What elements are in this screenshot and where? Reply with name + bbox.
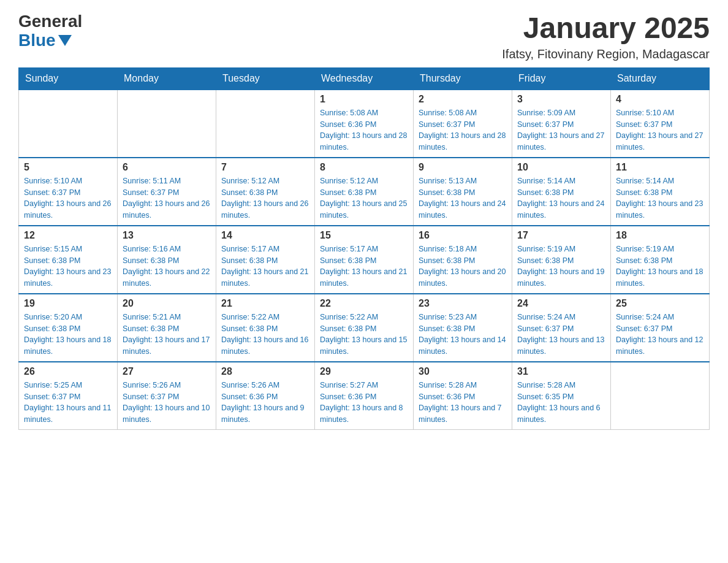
- calendar-day-cell: 23Sunrise: 5:23 AMSunset: 6:38 PMDayligh…: [414, 294, 512, 362]
- calendar-subtitle: Ifatsy, Fitovinany Region, Madagascar: [502, 47, 710, 61]
- day-number: 4: [616, 94, 704, 105]
- calendar-day-cell: 18Sunrise: 5:19 AMSunset: 6:38 PMDayligh…: [611, 226, 710, 294]
- svg-marker-0: [58, 35, 72, 46]
- day-number: 27: [123, 366, 211, 377]
- logo-triangle-icon: [58, 35, 72, 46]
- calendar-day-header: Saturday: [611, 67, 710, 90]
- day-info: Sunrise: 5:10 AMSunset: 6:37 PMDaylight:…: [616, 107, 704, 153]
- calendar-day-cell: 11Sunrise: 5:14 AMSunset: 6:38 PMDayligh…: [611, 158, 710, 226]
- calendar-day-cell: 26Sunrise: 5:25 AMSunset: 6:37 PMDayligh…: [19, 362, 118, 430]
- calendar-day-header: Sunday: [19, 67, 118, 90]
- day-info: Sunrise: 5:14 AMSunset: 6:38 PMDaylight:…: [616, 175, 704, 221]
- day-number: 6: [123, 162, 211, 173]
- calendar-week-row: 19Sunrise: 5:20 AMSunset: 6:38 PMDayligh…: [19, 294, 710, 362]
- calendar-day-cell: 20Sunrise: 5:21 AMSunset: 6:38 PMDayligh…: [118, 294, 216, 362]
- day-info: Sunrise: 5:22 AMSunset: 6:38 PMDaylight:…: [221, 312, 309, 358]
- calendar-day-cell: 10Sunrise: 5:14 AMSunset: 6:38 PMDayligh…: [512, 158, 611, 226]
- day-info: Sunrise: 5:09 AMSunset: 6:37 PMDaylight:…: [517, 107, 605, 153]
- calendar-day-cell: 2Sunrise: 5:08 AMSunset: 6:37 PMDaylight…: [414, 90, 512, 158]
- day-number: 3: [517, 94, 605, 105]
- day-number: 26: [24, 366, 112, 377]
- day-info: Sunrise: 5:22 AMSunset: 6:38 PMDaylight:…: [320, 312, 408, 358]
- day-number: 17: [517, 230, 605, 241]
- calendar-day-cell: 27Sunrise: 5:26 AMSunset: 6:37 PMDayligh…: [118, 362, 216, 430]
- day-info: Sunrise: 5:25 AMSunset: 6:37 PMDaylight:…: [24, 380, 112, 426]
- day-info: Sunrise: 5:23 AMSunset: 6:38 PMDaylight:…: [419, 312, 507, 358]
- day-info: Sunrise: 5:19 AMSunset: 6:38 PMDaylight:…: [517, 243, 605, 289]
- day-info: Sunrise: 5:08 AMSunset: 6:36 PMDaylight:…: [320, 107, 408, 153]
- calendar-day-cell: [118, 90, 216, 158]
- day-number: 24: [517, 298, 605, 309]
- calendar-day-cell: 17Sunrise: 5:19 AMSunset: 6:38 PMDayligh…: [512, 226, 611, 294]
- calendar-week-row: 5Sunrise: 5:10 AMSunset: 6:37 PMDaylight…: [19, 158, 710, 226]
- day-number: 19: [24, 298, 112, 309]
- calendar-day-header: Tuesday: [216, 67, 315, 90]
- day-info: Sunrise: 5:11 AMSunset: 6:37 PMDaylight:…: [123, 175, 211, 221]
- day-number: 23: [419, 298, 507, 309]
- day-info: Sunrise: 5:21 AMSunset: 6:38 PMDaylight:…: [123, 312, 211, 358]
- calendar-week-row: 26Sunrise: 5:25 AMSunset: 6:37 PMDayligh…: [19, 362, 710, 430]
- calendar-day-cell: 25Sunrise: 5:24 AMSunset: 6:37 PMDayligh…: [611, 294, 710, 362]
- day-info: Sunrise: 5:10 AMSunset: 6:37 PMDaylight:…: [24, 175, 112, 221]
- day-number: 15: [320, 230, 408, 241]
- calendar-day-cell: [19, 90, 118, 158]
- calendar-day-cell: 14Sunrise: 5:17 AMSunset: 6:38 PMDayligh…: [216, 226, 315, 294]
- calendar-header-row: SundayMondayTuesdayWednesdayThursdayFrid…: [19, 67, 710, 90]
- calendar-day-cell: 12Sunrise: 5:15 AMSunset: 6:38 PMDayligh…: [19, 226, 118, 294]
- day-number: 25: [616, 298, 704, 309]
- calendar-day-cell: 9Sunrise: 5:13 AMSunset: 6:38 PMDaylight…: [414, 158, 512, 226]
- calendar-day-cell: 15Sunrise: 5:17 AMSunset: 6:38 PMDayligh…: [315, 226, 414, 294]
- calendar-week-row: 12Sunrise: 5:15 AMSunset: 6:38 PMDayligh…: [19, 226, 710, 294]
- day-info: Sunrise: 5:08 AMSunset: 6:37 PMDaylight:…: [419, 107, 507, 153]
- calendar-day-cell: 22Sunrise: 5:22 AMSunset: 6:38 PMDayligh…: [315, 294, 414, 362]
- logo-text-blue: Blue: [18, 31, 56, 50]
- calendar-title: January 2025: [502, 12, 710, 45]
- calendar-day-cell: 4Sunrise: 5:10 AMSunset: 6:37 PMDaylight…: [611, 90, 710, 158]
- day-info: Sunrise: 5:14 AMSunset: 6:38 PMDaylight:…: [517, 175, 605, 221]
- calendar-day-cell: 24Sunrise: 5:24 AMSunset: 6:37 PMDayligh…: [512, 294, 611, 362]
- calendar-day-cell: 8Sunrise: 5:12 AMSunset: 6:38 PMDaylight…: [315, 158, 414, 226]
- calendar-table: SundayMondayTuesdayWednesdayThursdayFrid…: [18, 67, 710, 430]
- day-number: 18: [616, 230, 704, 241]
- day-number: 1: [320, 94, 408, 105]
- calendar-day-cell: [216, 90, 315, 158]
- calendar-day-cell: 6Sunrise: 5:11 AMSunset: 6:37 PMDaylight…: [118, 158, 216, 226]
- day-info: Sunrise: 5:26 AMSunset: 6:36 PMDaylight:…: [221, 380, 309, 426]
- calendar-day-cell: 7Sunrise: 5:12 AMSunset: 6:38 PMDaylight…: [216, 158, 315, 226]
- day-number: 10: [517, 162, 605, 173]
- calendar-day-cell: 13Sunrise: 5:16 AMSunset: 6:38 PMDayligh…: [118, 226, 216, 294]
- day-number: 7: [221, 162, 309, 173]
- day-info: Sunrise: 5:17 AMSunset: 6:38 PMDaylight:…: [221, 243, 309, 289]
- page-header: General Blue January 2025 Ifatsy, Fitovi…: [18, 12, 710, 61]
- day-number: 22: [320, 298, 408, 309]
- day-info: Sunrise: 5:24 AMSunset: 6:37 PMDaylight:…: [616, 312, 704, 358]
- day-info: Sunrise: 5:16 AMSunset: 6:38 PMDaylight:…: [123, 243, 211, 289]
- calendar-week-row: 1Sunrise: 5:08 AMSunset: 6:36 PMDaylight…: [19, 90, 710, 158]
- calendar-day-header: Monday: [118, 67, 216, 90]
- calendar-day-cell: 1Sunrise: 5:08 AMSunset: 6:36 PMDaylight…: [315, 90, 414, 158]
- calendar-day-cell: 5Sunrise: 5:10 AMSunset: 6:37 PMDaylight…: [19, 158, 118, 226]
- title-section: January 2025 Ifatsy, Fitovinany Region, …: [502, 12, 710, 61]
- day-info: Sunrise: 5:17 AMSunset: 6:38 PMDaylight:…: [320, 243, 408, 289]
- day-info: Sunrise: 5:15 AMSunset: 6:38 PMDaylight:…: [24, 243, 112, 289]
- day-number: 11: [616, 162, 704, 173]
- logo-text-general: General: [18, 12, 82, 31]
- day-number: 8: [320, 162, 408, 173]
- day-number: 28: [221, 366, 309, 377]
- logo: General Blue: [18, 12, 82, 50]
- day-number: 29: [320, 366, 408, 377]
- day-number: 5: [24, 162, 112, 173]
- day-info: Sunrise: 5:27 AMSunset: 6:36 PMDaylight:…: [320, 380, 408, 426]
- calendar-day-header: Wednesday: [315, 67, 414, 90]
- calendar-day-cell: 28Sunrise: 5:26 AMSunset: 6:36 PMDayligh…: [216, 362, 315, 430]
- day-info: Sunrise: 5:18 AMSunset: 6:38 PMDaylight:…: [419, 243, 507, 289]
- day-number: 20: [123, 298, 211, 309]
- day-number: 12: [24, 230, 112, 241]
- day-number: 21: [221, 298, 309, 309]
- day-number: 30: [419, 366, 507, 377]
- calendar-day-header: Thursday: [414, 67, 512, 90]
- calendar-day-cell: 3Sunrise: 5:09 AMSunset: 6:37 PMDaylight…: [512, 90, 611, 158]
- day-info: Sunrise: 5:28 AMSunset: 6:35 PMDaylight:…: [517, 380, 605, 426]
- day-info: Sunrise: 5:26 AMSunset: 6:37 PMDaylight:…: [123, 380, 211, 426]
- day-info: Sunrise: 5:12 AMSunset: 6:38 PMDaylight:…: [221, 175, 309, 221]
